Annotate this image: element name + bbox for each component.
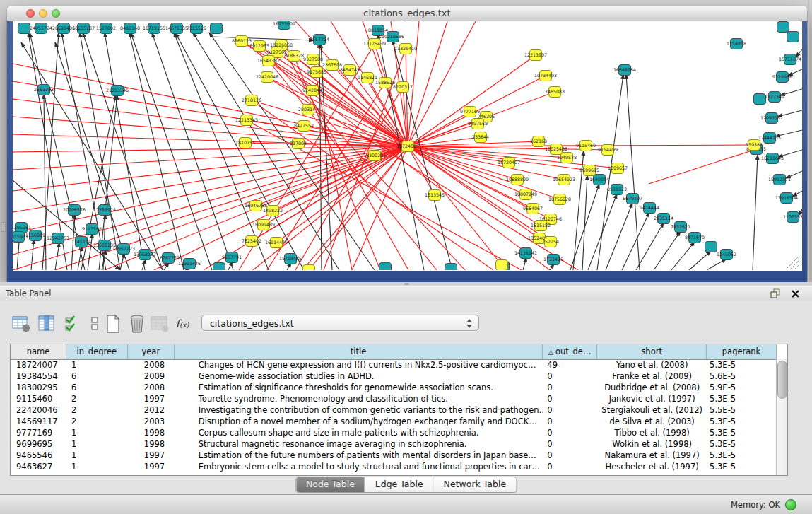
- table-row[interactable]: 2242004622012Investigating the contribut…: [11, 404, 777, 416]
- cell-in_degree[interactable]: 2: [66, 393, 128, 404]
- window-titlebar[interactable]: citations_edges.txt: [7, 6, 807, 22]
- column-header-title[interactable]: title: [175, 344, 543, 359]
- network-canvas[interactable]: 2405572420691406106552871527802846616010…: [13, 21, 802, 271]
- cell-out_de[interactable]: 0: [543, 382, 597, 393]
- cell-in_degree[interactable]: 2: [66, 404, 128, 416]
- graph-node[interactable]: 8466160: [120, 23, 140, 34]
- graph-node[interactable]: [303, 265, 315, 271]
- table-row[interactable]: 1872400712008Changes of HCN gene express…: [11, 359, 777, 370]
- cell-short[interactable]: Wolkin et al. (1998): [597, 438, 707, 450]
- cell-pagerank[interactable]: 5.9E-5: [707, 382, 777, 393]
- graph-node[interactable]: 2718126: [242, 95, 261, 106]
- cell-in_degree[interactable]: 6: [66, 370, 128, 382]
- table-row[interactable]: 1938455462009Genome-wide association stu…: [11, 370, 777, 382]
- graph-node[interactable]: 9154499: [598, 145, 618, 156]
- cell-out_de[interactable]: 0: [543, 404, 597, 416]
- graph-node[interactable]: 12213907: [524, 50, 547, 61]
- cell-year[interactable]: 1998: [128, 438, 175, 450]
- graph-node[interactable]: [787, 32, 799, 42]
- cell-year[interactable]: 2012: [128, 404, 175, 416]
- tab-edge-table[interactable]: Edge Table: [365, 477, 434, 492]
- graph-node[interactable]: 11325419: [394, 44, 417, 54]
- table-row[interactable]: 946554611997Estimation of the future num…: [11, 450, 777, 461]
- cell-out_de[interactable]: 0: [543, 427, 597, 438]
- graph-node[interactable]: 7857224: [310, 35, 329, 45]
- cell-name[interactable]: 18724007: [11, 359, 66, 370]
- graph-node[interactable]: 10655287: [72, 23, 95, 34]
- cell-short[interactable]: Stergiakouli et al. (2012): [597, 404, 707, 416]
- tab-node-table[interactable]: Node Table: [296, 477, 365, 492]
- column-header-short[interactable]: short: [597, 344, 707, 359]
- graph-node[interactable]: 9327508: [303, 54, 323, 65]
- column-header-in_degree[interactable]: in_degree: [66, 344, 128, 359]
- cell-out_de[interactable]: 0: [543, 450, 597, 461]
- cell-title[interactable]: Tourette syndrome. Phenomenology and cla…: [175, 393, 543, 404]
- graph-node[interactable]: 14136141: [514, 248, 537, 259]
- graph-node[interactable]: 1107533: [783, 212, 802, 223]
- graph-node[interactable]: 8220317: [393, 82, 413, 93]
- graph-node[interactable]: 917004: [290, 139, 307, 149]
- table-row[interactable]: 1456911722003Disruption of a novel membe…: [11, 416, 777, 427]
- cell-year[interactable]: 2008: [128, 382, 175, 393]
- table-settings-icon[interactable]: [11, 314, 31, 334]
- graph-node[interactable]: 12213343: [235, 115, 258, 126]
- graph-node[interactable]: 17016504: [775, 193, 798, 204]
- cell-title[interactable]: Disruption of a novel member of a sodium…: [175, 416, 543, 427]
- row-boxes-icon[interactable]: [85, 314, 105, 334]
- cell-in_degree[interactable]: 6: [66, 382, 128, 393]
- cell-name[interactable]: 9463627: [11, 461, 66, 472]
- cell-out_de[interactable]: 0: [543, 438, 597, 450]
- graph-node[interactable]: 8912955: [249, 41, 269, 52]
- graph-node[interactable]: 7485083: [545, 87, 565, 98]
- cell-year[interactable]: 1997: [128, 461, 175, 472]
- graph-node[interactable]: 15718485: [279, 254, 302, 264]
- graph-node[interactable]: 17359924: [93, 205, 116, 216]
- cell-name[interactable]: 18300295: [11, 382, 66, 393]
- cell-short[interactable]: Dudbridge et al. (2008): [597, 382, 707, 393]
- graph-node[interactable]: 1527802: [96, 23, 116, 34]
- graph-node[interactable]: 10688809: [506, 175, 529, 185]
- cell-out_de[interactable]: 0: [543, 370, 597, 382]
- graph-node[interactable]: 24055724: [30, 23, 52, 34]
- column-header-year[interactable]: year: [128, 344, 175, 359]
- column-visibility-icon[interactable]: [37, 314, 57, 334]
- cell-title[interactable]: Genome-wide association studies in ADHD.: [175, 370, 543, 382]
- graph-node[interactable]: 9227349: [765, 92, 784, 103]
- cell-in_degree[interactable]: 1: [66, 359, 128, 370]
- cell-pagerank[interactable]: 5.3E-5: [707, 438, 777, 450]
- cell-year[interactable]: 1998: [128, 427, 175, 438]
- cell-year[interactable]: 2003: [128, 416, 175, 427]
- graph-node[interactable]: 233644: [472, 132, 489, 143]
- graph-node[interactable]: 12093582: [760, 113, 783, 124]
- graph-node[interactable]: 9245052: [717, 250, 736, 260]
- graph-node[interactable]: 16782759: [157, 253, 180, 264]
- cell-in_degree[interactable]: 1: [66, 450, 128, 461]
- graph-node[interactable]: [18, 23, 30, 34]
- function-builder-icon[interactable]: f(x): [172, 314, 192, 334]
- graph-node[interactable]: 1733426: [543, 255, 563, 265]
- cell-short[interactable]: de Silva et al. (2003): [597, 416, 707, 427]
- column-header-pagerank[interactable]: pagerank: [707, 344, 777, 359]
- cell-name[interactable]: 9699695: [11, 438, 66, 450]
- cell-name[interactable]: 9115460: [11, 393, 66, 404]
- cell-pagerank[interactable]: 5.3E-5: [707, 359, 777, 370]
- cell-title[interactable]: Estimation of the future numbers of pati…: [175, 450, 543, 461]
- graph-node[interactable]: 12125439: [363, 39, 386, 49]
- cell-title[interactable]: Structural magnetic resonance image aver…: [175, 438, 543, 450]
- cell-short[interactable]: Nakamura et al. (1997): [597, 450, 707, 461]
- graph-node[interactable]: 7832621: [671, 222, 690, 233]
- graph-node[interactable]: 16210645: [761, 153, 784, 164]
- graph-node[interactable]: 8471670: [685, 233, 705, 243]
- float-window-icon[interactable]: [770, 288, 781, 299]
- new-table-icon[interactable]: [103, 314, 123, 334]
- cell-pagerank[interactable]: 5.3E-5: [707, 416, 777, 427]
- graph-node[interactable]: 2803144: [298, 105, 318, 115]
- cell-name[interactable]: 22420046: [11, 404, 66, 416]
- graph-node[interactable]: 1099657: [608, 163, 628, 174]
- cell-in_degree[interactable]: 2: [66, 416, 128, 427]
- graph-node[interactable]: 9329966: [772, 72, 792, 83]
- memory-indicator-icon[interactable]: [785, 499, 796, 510]
- cell-out_de[interactable]: 0: [543, 461, 597, 472]
- graph-node[interactable]: [496, 260, 508, 271]
- graph-node[interactable]: 12942757: [47, 233, 69, 244]
